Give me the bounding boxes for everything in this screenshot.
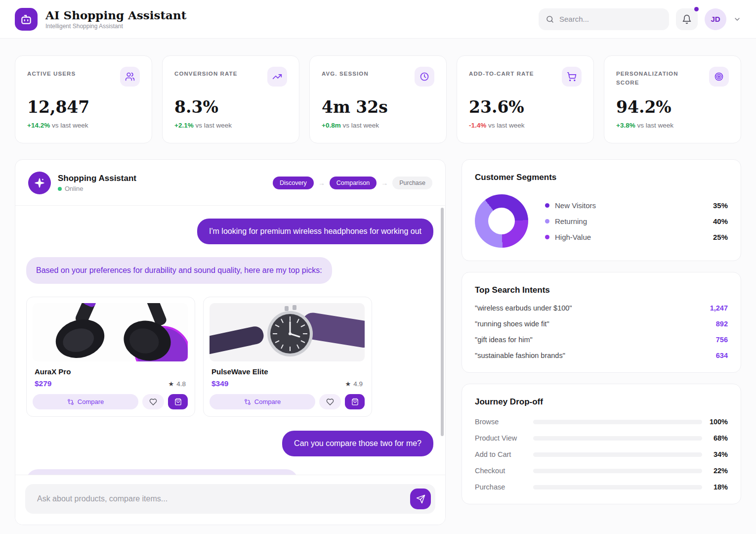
legend-item: Returning 40%: [545, 217, 728, 225]
product-name: AuraX Pro: [35, 367, 186, 376]
app-logo: [15, 8, 38, 31]
add-to-bag-button[interactable]: [345, 394, 365, 409]
stat-value: 8.3%: [174, 97, 287, 117]
legend-dot: [545, 235, 549, 239]
journey-row: Purchase 18%: [475, 483, 728, 491]
pipeline-step-purchase[interactable]: Purchase: [392, 177, 432, 189]
product-card-pulsewave-elite[interactable]: PulseWave Elite $349 ★ 4.9: [203, 297, 372, 417]
journey-bar: [533, 436, 702, 441]
clock-icon: [415, 67, 434, 87]
product-rating: ★ 4.8: [168, 380, 186, 388]
chat-scrollbar[interactable]: [441, 208, 444, 436]
wishlist-button[interactable]: [319, 394, 341, 409]
star-icon: ★: [168, 380, 174, 388]
notification-dot: [694, 7, 699, 11]
pipeline-step-discovery[interactable]: Discovery: [273, 177, 314, 189]
stat-card-add-to-cart: ADD-TO-CART RATE 23.6% -1.4% vs last wee…: [457, 55, 594, 143]
stat-label: ADD-TO-CART RATE: [469, 67, 534, 79]
git-compare-icon: [244, 399, 251, 405]
search-box[interactable]: [539, 8, 669, 30]
stat-label: CONVERSION RATE: [174, 67, 237, 79]
product-price: $349: [211, 379, 228, 388]
compare-button[interactable]: Compare: [210, 394, 315, 409]
wishlist-button[interactable]: [142, 394, 164, 409]
legend-item: High-Value 25%: [545, 233, 728, 241]
page-subtitle: Intelligent Shopping Assistant: [45, 23, 186, 30]
stat-card-avg-session: AVG. SESSION 4m 32s +0.8m vs last week: [309, 55, 447, 143]
journey-pipeline: Discovery → Comparison → Purchase: [273, 177, 432, 189]
avatar[interactable]: JD: [705, 8, 726, 30]
intent-row: "sustainable fashion brands" 634: [475, 352, 728, 359]
pipeline-step-comparison[interactable]: Comparison: [330, 177, 377, 189]
stat-delta: +2.1% vs last week: [174, 122, 287, 129]
trending-up-icon: [267, 67, 287, 87]
add-to-bag-button[interactable]: [168, 394, 188, 409]
send-button[interactable]: [410, 489, 431, 509]
compare-button[interactable]: Compare: [33, 394, 138, 409]
chat-status: Online: [58, 185, 136, 192]
product-name: PulseWave Elite: [211, 367, 363, 376]
chevron-down-icon[interactable]: [733, 15, 741, 23]
search-input[interactable]: [559, 15, 662, 23]
journey-bar: [533, 469, 702, 473]
shopping-bag-icon: [351, 398, 359, 405]
target-icon: [709, 67, 729, 87]
product-image-watch: [210, 303, 365, 361]
journey-dropoff-card: Journey Drop-off Browse 100% Product Vie…: [462, 384, 741, 504]
page-title: AI Shopping Assistant: [45, 8, 186, 22]
stat-card-personalization: PERSONALIZATION SCORE 94.2% +3.8% vs las…: [604, 55, 741, 143]
sidebar: Customer Segments New Visitors 35% Retur…: [462, 159, 741, 504]
customer-segments-card: Customer Segments New Visitors 35% Retur…: [462, 159, 741, 261]
product-card-aurax-pro[interactable]: AuraX Pro $279 ★ 4.8: [26, 297, 195, 417]
notifications-button[interactable]: [676, 8, 698, 30]
arrow-right-icon: →: [318, 179, 325, 187]
intent-row: "wireless earbuds under $100" 1,247: [475, 304, 728, 312]
journey-row: Checkout 22%: [475, 467, 728, 475]
star-icon: ★: [345, 380, 351, 388]
chat-header: Shopping Assistant Online Discovery → Co…: [15, 160, 445, 205]
card-title: Journey Drop-off: [475, 397, 728, 407]
sparkles-icon: [34, 178, 45, 188]
stat-label: AVG. SESSION: [322, 67, 369, 79]
bot-icon: [20, 13, 33, 26]
shopping-bag-icon: [174, 398, 182, 405]
journey-row: Add to Cart 34%: [475, 450, 728, 458]
chat-input-bar: [15, 475, 445, 525]
stat-value: 23.6%: [469, 97, 582, 117]
journey-bar: [533, 420, 702, 424]
product-rating: ★ 4.9: [345, 380, 363, 388]
heart-icon: [149, 398, 157, 406]
stat-value: 12,847: [27, 97, 140, 117]
app-header: AI Shopping Assistant Intelligent Shoppi…: [0, 0, 756, 39]
segments-donut-chart: [475, 194, 528, 248]
user-message: Can you compare those two for me?: [282, 431, 433, 456]
intent-row: "running shoes wide fit" 892: [475, 320, 728, 328]
legend-dot: [545, 219, 549, 223]
chat-input[interactable]: [25, 484, 435, 514]
stat-value: 94.2%: [616, 97, 729, 117]
chat-messages[interactable]: I'm looking for premium wireless headpho…: [15, 205, 445, 475]
stat-label: PERSONALIZATION SCORE: [616, 67, 695, 88]
stat-delta: +3.8% vs last week: [616, 122, 729, 129]
legend-item: New Visitors 35%: [545, 201, 728, 210]
chat-panel: Shopping Assistant Online Discovery → Co…: [15, 159, 446, 525]
journey-bar: [533, 452, 702, 457]
intent-row: "gift ideas for him" 756: [475, 336, 728, 344]
user-message: I'm looking for premium wireless headpho…: [197, 219, 433, 244]
product-price: $279: [35, 379, 51, 388]
search-icon: [546, 15, 554, 24]
stat-label: ACTIVE USERS: [27, 67, 76, 79]
stat-delta: +0.8m vs last week: [322, 122, 434, 129]
assistant-avatar: [28, 172, 51, 194]
stat-delta: -1.4% vs last week: [469, 122, 582, 129]
stat-value: 4m 32s: [322, 97, 434, 117]
segments-legend: New Visitors 35% Returning 40% High-Valu…: [545, 201, 728, 241]
legend-dot: [545, 203, 549, 208]
stat-card-active-users: ACTIVE USERS 12,847 +14.2% vs last week: [15, 55, 152, 143]
assistant-message-partial: Great choice! The AuraX Pro excels in ba…: [26, 469, 298, 475]
online-dot: [58, 187, 62, 191]
product-suggestions: AuraX Pro $279 ★ 4.8: [26, 297, 433, 417]
card-title: Top Search Intents: [475, 285, 728, 295]
top-search-intents-card: Top Search Intents "wireless earbuds und…: [462, 272, 741, 373]
product-image-headphones: [33, 303, 188, 361]
